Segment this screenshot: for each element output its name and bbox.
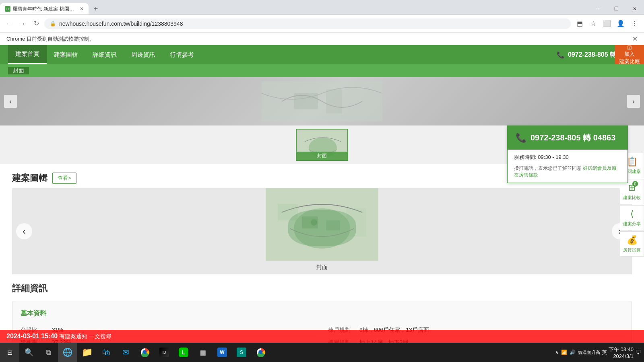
taskbar-unknown1[interactable]: ◼	[193, 343, 213, 362]
hero-next-button[interactable]: ›	[627, 95, 640, 108]
new-tab-button[interactable]: +	[90, 3, 101, 14]
word-icon: W	[217, 348, 227, 357]
taskbar-chrome[interactable]	[135, 343, 155, 362]
task-view-icon: ⧉	[43, 347, 54, 358]
taskbar-app2[interactable]: S	[232, 343, 251, 362]
forward-button[interactable]: →	[17, 18, 28, 29]
line-icon: L	[179, 348, 188, 357]
taskbar-multitask[interactable]: ⧉	[39, 343, 58, 362]
gallery-main: ‹ 封面 ›	[12, 188, 632, 274]
hero-prev-button[interactable]: ‹	[4, 95, 17, 108]
taskbar-store[interactable]: 🛍	[97, 343, 116, 362]
svg-point-15	[143, 351, 147, 354]
svg-rect-7	[302, 216, 318, 228]
note-text: 撥打電話，表示您已了解並同意	[514, 165, 582, 171]
compare-label: 建案比較	[623, 195, 641, 201]
taskbar-intellij[interactable]: IJ	[155, 343, 174, 362]
nav-gallery-label: 建案圖輯	[54, 51, 78, 59]
url-text: newhouse.housefun.com.tw/building/123880…	[59, 21, 565, 27]
minimize-button[interactable]: ─	[588, 3, 607, 14]
nav-item-gallery[interactable]: 建案圖輯	[47, 45, 85, 64]
tab-bar: H 羅寶青年時代-新建案-桃園市/八... ✕ + ─ ❐ ✕	[0, 0, 644, 14]
clock-time: 下午 03:40	[609, 346, 634, 353]
reload-button[interactable]: ↻	[31, 18, 42, 29]
thumb-label-1: 封面	[297, 152, 347, 160]
nav-item-home[interactable]: 建案首頁	[8, 45, 47, 64]
menu-button[interactable]: ⋮	[628, 17, 641, 30]
tab-close-button[interactable]: ✕	[80, 6, 84, 12]
svg-point-6	[294, 208, 350, 249]
taskbar-file-manager[interactable]: 📁	[77, 343, 97, 362]
close-button[interactable]: ✕	[625, 3, 644, 14]
taskbar-overlay-text: 2024-03-01 15:40 有建案通知 一文搜尋	[6, 333, 111, 340]
browser-icon	[62, 347, 73, 358]
phone-card-number: 0972-238-805 轉 04863	[530, 132, 615, 143]
language-indicator[interactable]: 英	[602, 349, 607, 356]
phone-card-header: 📞 0972-238-805 轉 04863	[508, 126, 627, 150]
taskbar-time-red: 2024-03-01 15:40	[6, 333, 58, 339]
active-tab[interactable]: H 羅寶青年時代-新建案-桃園市/八... ✕	[0, 3, 89, 14]
add-compare-label: 加入	[624, 51, 635, 58]
restore-button[interactable]: ❐	[607, 3, 625, 14]
notification-text: Chrome 目前受到自動測試軟體控制。	[6, 35, 95, 43]
see-more-button[interactable]: 查看>	[52, 173, 76, 184]
hero-gallery: ‹ ›	[0, 77, 644, 125]
taskbar-browser[interactable]	[58, 343, 77, 362]
windows-icon: ⊞	[4, 347, 15, 358]
add-compare-label2: 建案比較	[619, 58, 640, 65]
window-button[interactable]: ⬜	[601, 17, 613, 30]
taskbar-mail[interactable]: ✉	[116, 343, 135, 362]
nav-nearby-label: 周邊資訊	[131, 51, 155, 59]
subscribe-icon: 📋	[627, 156, 638, 167]
taskbar-line[interactable]: L	[174, 343, 193, 362]
temp-label: 氣溫會升高	[578, 350, 600, 356]
taskbar-chrome2[interactable]	[251, 343, 270, 362]
website-content: 建案首頁 建案圖輯 詳細資訊 周邊資訊 行情參考 📞 0972-238-805 …	[0, 45, 644, 362]
tray-arrow[interactable]: ∧	[555, 350, 559, 355]
back-button[interactable]: ←	[3, 18, 14, 29]
nav-item-market[interactable]: 行情參考	[163, 45, 201, 64]
taskbar-overlay-msg: 有建案通知 一文搜尋	[59, 333, 111, 339]
tab-favicon: H	[5, 6, 10, 12]
folder-icon: 📁	[81, 347, 93, 358]
gallery-section-title: 建案圖輯	[12, 172, 47, 184]
gallery-main-content: 封面	[266, 188, 378, 274]
site-navigation: 建案首頁 建案圖輯 詳細資訊 周邊資訊 行情參考 📞 0972-238-805 …	[0, 45, 644, 64]
nav-item-nearby[interactable]: 周邊資訊	[124, 45, 163, 64]
taskbar: 2024-03-01 15:40 有建案通知 一文搜尋 ⊞ 🔍 ⧉ 📁 🛍 ✉	[0, 343, 644, 362]
mortgage-icon: 💰	[627, 235, 638, 245]
subnav-cover-label: 封面	[13, 67, 24, 74]
gallery-thumb-1[interactable]: 封面	[296, 129, 348, 161]
system-tray: ∧ 📶 🔊 氣溫會升高	[555, 350, 600, 356]
gallery-prev-button[interactable]: ‹	[16, 223, 32, 239]
phone-icon: 📞	[557, 51, 565, 59]
nav-item-detail[interactable]: 詳細資訊	[85, 45, 124, 64]
store-icon: 🛍	[101, 347, 112, 358]
toolbar-actions: ⬒ ☆ ⬜ 👤 ⋮	[573, 17, 641, 30]
taskbar-search[interactable]: 🔍	[19, 343, 39, 362]
taskbar-word[interactable]: W	[213, 343, 232, 362]
mail-icon: ✉	[120, 347, 131, 358]
profile-button[interactable]: 👤	[614, 17, 627, 30]
subnav-item-cover[interactable]: 封面	[8, 67, 29, 74]
chrome-icon	[139, 347, 151, 358]
notification-close-button[interactable]: ✕	[632, 35, 638, 43]
main-map-svg	[266, 188, 378, 261]
notification-center-icon[interactable]: 🗨	[635, 349, 641, 356]
gallery-caption: 封面	[313, 261, 331, 274]
start-button[interactable]: ⊞	[0, 343, 19, 362]
share-label: 建案分享	[623, 221, 641, 227]
gallery-main-image	[266, 188, 378, 261]
add-compare-button[interactable]: ☑ 加入 建案比較	[615, 45, 644, 64]
mortgage-button[interactable]: 💰 房貸試算	[620, 231, 644, 257]
cast-button[interactable]: ⬒	[573, 17, 586, 30]
compare-icon: ☑	[627, 45, 632, 51]
address-bar[interactable]: 🔒 newhouse.housefun.com.tw/building/1238…	[44, 19, 571, 29]
svg-rect-1	[294, 93, 318, 109]
svg-rect-8	[326, 220, 340, 230]
svg-point-9	[311, 219, 317, 226]
share-button[interactable]: ⟨ 建案分享	[620, 205, 644, 230]
speaker-icon: 🔊	[570, 350, 576, 355]
compare-badge: 0	[632, 181, 638, 187]
bookmark-button[interactable]: ☆	[587, 17, 600, 30]
